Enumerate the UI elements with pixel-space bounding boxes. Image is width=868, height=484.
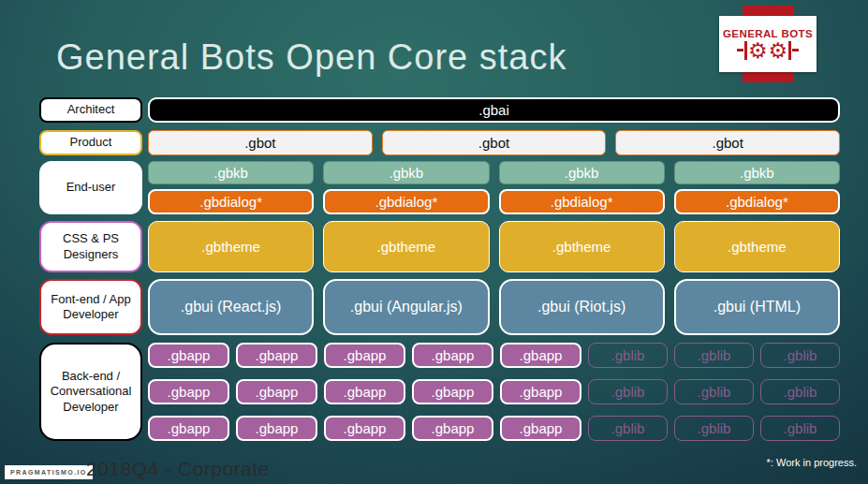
gear-axle-stub	[792, 49, 799, 51]
gbui-react-box: .gbui (React.js)	[148, 279, 314, 335]
gbot-box: .gbot	[382, 130, 607, 155]
gear-axle-bar	[788, 41, 791, 60]
slide-canvas: General Bots Open Core stack GENERAL BOT…	[0, 0, 868, 484]
gbui-angular-box: .gbui (Angular.js)	[323, 279, 489, 335]
row-gbtheme: .gbtheme .gbtheme .gbtheme .gbtheme	[148, 221, 840, 272]
gbapp-box: .gbapp	[500, 343, 581, 368]
gbapp-box: .gbapp	[324, 379, 405, 404]
role-label-end-user: End-user	[39, 161, 142, 214]
gbapp-box: .gbapp	[324, 416, 405, 441]
gbui-html-box: .gbui (HTML)	[674, 279, 840, 335]
gbtheme-box: .gbtheme	[499, 221, 665, 272]
gbdialog-box: .gbdialog*	[148, 189, 314, 214]
gblib-box: .gblib	[674, 416, 754, 441]
row-gbot: .gbot .gbot .gbot	[148, 130, 840, 155]
gblib-box: .gblib	[588, 379, 668, 404]
gblib-box: .gblib	[674, 343, 754, 368]
gbtheme-box: .gbtheme	[674, 221, 840, 272]
gbapp-box: .gbapp	[412, 343, 493, 368]
role-label-frontend-app-developer: Font-end / App Developer	[39, 279, 142, 335]
gbapp-box: .gbapp	[236, 379, 317, 404]
gblib-box: .gblib	[760, 416, 840, 441]
gear-axle-bar	[744, 41, 747, 60]
gbdialog-box: .gbdialog*	[499, 189, 665, 214]
row-gbai: .gbai	[148, 97, 840, 123]
gbapp-box: .gbapp	[148, 343, 229, 368]
page-title: General Bots Open Core stack	[56, 37, 712, 78]
gbapp-box: .gbapp	[500, 416, 581, 441]
gblib-box: .gblib	[674, 379, 754, 404]
row-gbui: .gbui (React.js) .gbui (Angular.js) .gbu…	[148, 279, 840, 335]
gbapp-box: .gbapp	[412, 416, 493, 441]
gbapp-box: .gbapp	[148, 379, 229, 404]
footer-date-text: 2018Q4 - Corporate	[86, 458, 270, 480]
gblib-box: .gblib	[588, 416, 668, 441]
double-gear-icon: ⚙ ⚙	[737, 40, 798, 61]
gbdialog-box: .gbdialog*	[323, 189, 489, 214]
gbapp-box: .gbapp	[324, 343, 405, 368]
general-bots-logo: GENERAL BOTS ⚙ ⚙	[719, 16, 817, 72]
gbkb-box: .gbkb	[323, 161, 489, 184]
work-in-progress-footnote: *: Work in progress.	[767, 457, 857, 468]
row-gbdialog: .gbdialog* .gbdialog* .gbdialog* .gbdial…	[148, 189, 840, 214]
row-gbapp-gblib-2: .gbapp .gbapp .gbapp .gbapp .gbapp .gbli…	[148, 379, 840, 404]
gbai-box: .gbai	[148, 97, 840, 123]
gear-icon: ⚙	[769, 40, 788, 61]
gbkb-box: .gbkb	[148, 161, 314, 184]
gbapp-box: .gbapp	[148, 416, 229, 441]
gbdialog-box: .gbdialog*	[674, 189, 840, 214]
role-label-architect: Architect	[39, 97, 142, 123]
gbot-box: .gbot	[148, 130, 373, 155]
pragmatismo-badge: PRAGMATISMO.IO	[5, 465, 93, 479]
logo-brand-text: GENERAL BOTS	[723, 28, 813, 39]
gblib-box: .gblib	[588, 343, 668, 368]
gear-axle-stub	[737, 49, 743, 51]
gbapp-box: .gbapp	[412, 379, 493, 404]
role-label-backend-conversational-developer: Back-end / Conversational Developer	[39, 343, 142, 441]
gbkb-box: .gbkb	[674, 161, 840, 184]
row-gbkb: .gbkb .gbkb .gbkb .gbkb	[148, 161, 840, 184]
gbui-riot-box: .gbui (Riot.js)	[499, 279, 665, 335]
gear-icon: ⚙	[748, 40, 768, 61]
gbtheme-box: .gbtheme	[323, 221, 489, 272]
row-gbapp-gblib-1: .gbapp .gbapp .gbapp .gbapp .gbapp .gbli…	[148, 343, 840, 368]
row-gbapp-gblib-3: .gbapp .gbapp .gbapp .gbapp .gbapp .gbli…	[148, 416, 840, 441]
gbapp-box: .gbapp	[236, 343, 317, 368]
role-label-css-ps-designers: CSS & PS Designers	[39, 221, 142, 272]
role-label-product: Product	[39, 130, 142, 155]
gblib-box: .gblib	[760, 379, 840, 404]
gbot-box: .gbot	[615, 130, 840, 155]
gblib-box: .gblib	[760, 343, 840, 368]
gbtheme-box: .gbtheme	[148, 221, 314, 272]
gbkb-box: .gbkb	[499, 161, 665, 184]
gbapp-box: .gbapp	[236, 416, 317, 441]
gbapp-box: .gbapp	[500, 379, 581, 404]
